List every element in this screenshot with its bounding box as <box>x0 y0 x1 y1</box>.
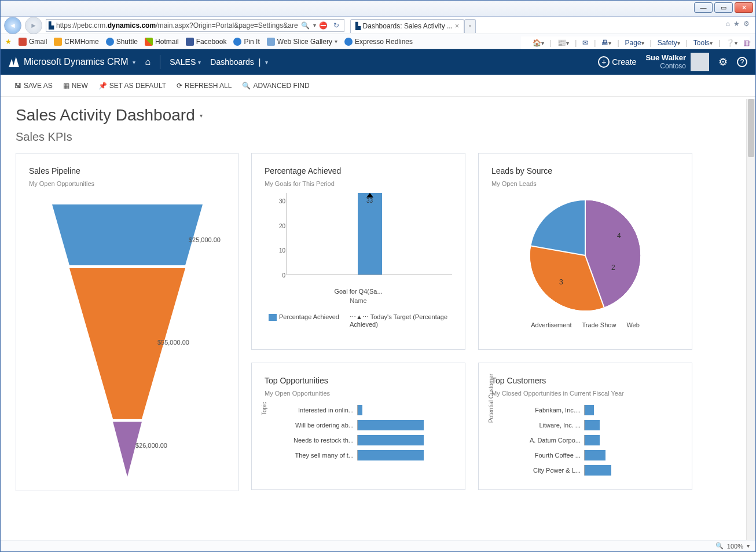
close-button[interactable]: ✕ <box>735 2 753 13</box>
zoom-dropdown-icon[interactable]: ▾ <box>747 543 750 549</box>
svg-marker-0 <box>9 59 14 67</box>
hbar-chart: Topic Interested in onlin... Will be ord… <box>265 403 452 463</box>
svg-text:3: 3 <box>559 278 563 286</box>
x-axis-label: Name <box>265 297 452 304</box>
card-subtitle: My Goals for This Period <box>265 180 452 187</box>
help-icon[interactable]: ? <box>737 57 747 67</box>
funnel-value-label: $55,000.00 <box>157 339 189 346</box>
cb-page-menu[interactable]: Page▾ <box>625 39 644 47</box>
browser-tab[interactable]: ▙ Dashboards: Sales Activity ... × <box>350 19 464 33</box>
address-bar[interactable]: ▙ https://pebc.crm.dynamics.com/main.asp… <box>46 19 344 32</box>
fav-link[interactable]: Gmail <box>19 38 47 46</box>
vertical-scrollbar[interactable] <box>746 99 755 540</box>
stop-icon[interactable]: ⛔ <box>318 21 329 30</box>
card-top-opportunities[interactable]: Top Opportunities My Open Opportunities … <box>251 363 465 490</box>
avatar <box>691 53 709 71</box>
site-icon: ▙ <box>49 21 54 30</box>
svg-text:2: 2 <box>611 264 615 272</box>
cb-tools-menu[interactable]: Tools▾ <box>693 39 713 47</box>
fav-link[interactable]: Expresso Redlines <box>344 38 413 46</box>
tab-title: Dashboards: Sales Activity ... <box>363 22 453 30</box>
fav-link[interactable]: Facebook <box>186 38 227 46</box>
window-titlebar: — ▭ ✕ <box>1 1 755 17</box>
favorites-icon[interactable]: ★ <box>733 20 740 28</box>
tab-favicon: ▙ <box>355 22 361 30</box>
card-subtitle: My Open Leads <box>491 180 679 187</box>
card-subtitle: My Open Opportunities <box>29 180 225 187</box>
zoom-level[interactable]: 100% <box>727 543 743 550</box>
new-button[interactable]: ▦ NEW <box>63 82 88 90</box>
add-favorite-button[interactable]: ★ <box>5 38 12 46</box>
y-axis-label: Topic <box>261 402 267 415</box>
chevron-down-icon[interactable]: ▾ <box>200 112 203 119</box>
zoom-icon[interactable]: 🔍 <box>715 542 724 550</box>
svg-marker-1 <box>13 57 19 67</box>
card-title: Percentage Achieved <box>265 166 452 176</box>
user-name: Sue Walker <box>645 54 686 62</box>
svg-marker-4 <box>113 422 142 477</box>
minimize-button[interactable]: — <box>694 2 713 13</box>
save-as-button[interactable]: 🖫 SAVE AS <box>14 82 53 90</box>
settings-icon[interactable]: ⚙ <box>718 56 728 68</box>
plus-circle-icon: + <box>598 56 610 68</box>
bar-value-label: 33 <box>358 198 382 204</box>
fav-link[interactable]: CRMHome <box>54 38 98 46</box>
url-text: https://pebc.crm.dynamics.com/main.aspx?… <box>56 21 298 30</box>
tools-icon[interactable]: ⚙ <box>743 20 750 28</box>
refresh-all-button[interactable]: ⟳ REFRESH ALL <box>177 82 232 90</box>
fav-link[interactable]: Pin It <box>233 38 259 46</box>
cb-help-icon[interactable]: ❔▾ <box>726 39 737 47</box>
cb-mail-icon[interactable]: ✉ <box>582 39 588 47</box>
crm-area-sales[interactable]: SALES ▾ <box>170 57 201 67</box>
cb-feeds-icon[interactable]: 📰▾ <box>557 39 569 47</box>
command-bar: 🏠▾| 📰▾| ✉| 🖶▾| Page▾| Safety▾| Tools▾| ❔… <box>521 36 750 49</box>
card-top-customers[interactable]: Top Customers My Closed Opportunities in… <box>478 363 692 490</box>
card-percentage-achieved[interactable]: Percentage Achieved My Goals for This Pe… <box>251 153 465 350</box>
card-sales-pipeline[interactable]: Sales Pipeline My Open Opportunities $25… <box>16 153 238 491</box>
card-title: Sales Pipeline <box>29 166 225 176</box>
browser-status-bar: 🔍 100% ▾ <box>1 540 755 551</box>
user-org: Contoso <box>645 63 686 70</box>
crm-brand-label: Microsoft Dynamics CRM <box>24 57 128 67</box>
refresh-icon[interactable]: ↻ <box>331 21 342 30</box>
crm-home-icon[interactable]: ⌂ <box>145 57 151 67</box>
card-title: Top Opportunities <box>265 376 452 385</box>
card-leads-by-source[interactable]: Leads by Source My Open Leads <box>478 153 692 350</box>
dashboard-body: Sales Activity Dashboard ▾ Sales KPIs Sa… <box>1 97 755 540</box>
hbar-chart: Potential Customer Fabrikam, Inc.... Lit… <box>491 403 679 478</box>
set-default-button[interactable]: 📌 SET AS DEFAULT <box>98 82 166 90</box>
page-title[interactable]: Sales Activity Dashboard ▾ <box>16 106 740 125</box>
dashboard-toolbar: 🖫 SAVE AS ▦ NEW 📌 SET AS DEFAULT ⟳ REFRE… <box>1 75 755 97</box>
crm-subarea-dashboards[interactable]: Dashboards | ▾ <box>210 57 268 67</box>
crm-create-button[interactable]: + Create <box>598 56 636 68</box>
search-icon[interactable]: 🔍 <box>300 21 311 30</box>
tab-close-icon[interactable]: × <box>455 22 459 30</box>
cb-print-icon[interactable]: 🖶▾ <box>601 39 611 47</box>
card-subtitle: My Closed Opportunities in Current Fisca… <box>491 390 679 397</box>
crm-user-widget[interactable]: Sue Walker Contoso <box>645 53 709 71</box>
pie-value-label: 4 <box>617 232 621 240</box>
card-subtitle: My Open Opportunities <box>265 390 452 397</box>
fav-link[interactable]: Hotmail <box>145 38 179 46</box>
pie-chart: 4 3 2 <box>491 193 679 321</box>
target-legend-icon: ⋯▲⋯ <box>350 313 369 320</box>
target-marker-icon <box>366 193 373 198</box>
back-button[interactable]: ◄ <box>4 17 21 34</box>
crm-brand[interactable]: Microsoft Dynamics CRM ▾ <box>9 57 135 67</box>
crm-logo-icon <box>9 57 19 67</box>
fav-link[interactable]: Shuttle <box>106 38 138 46</box>
section-title: Sales KPIs <box>16 130 740 144</box>
cb-onenote-icon[interactable]: ▥ <box>743 39 750 47</box>
advanced-find-button[interactable]: 🔍 ADVANCED FIND <box>242 82 309 90</box>
maximize-button[interactable]: ▭ <box>714 2 733 13</box>
fav-link[interactable]: Web Slice Gallery ▾ <box>267 38 337 46</box>
forward-button[interactable]: ► <box>25 17 42 34</box>
card-title: Top Customers <box>491 376 679 385</box>
new-tab-button[interactable]: ▫ <box>464 19 476 33</box>
card-title: Leads by Source <box>491 166 679 176</box>
browser-navbar: ◄ ► ▙ https://pebc.crm.dynamics.com/main… <box>1 17 755 34</box>
x-category-label: Goal for Q4(Sa... <box>265 288 452 295</box>
home-icon[interactable]: ⌂ <box>726 20 730 28</box>
cb-home-icon[interactable]: 🏠▾ <box>533 39 544 47</box>
cb-safety-menu[interactable]: Safety▾ <box>658 39 680 47</box>
